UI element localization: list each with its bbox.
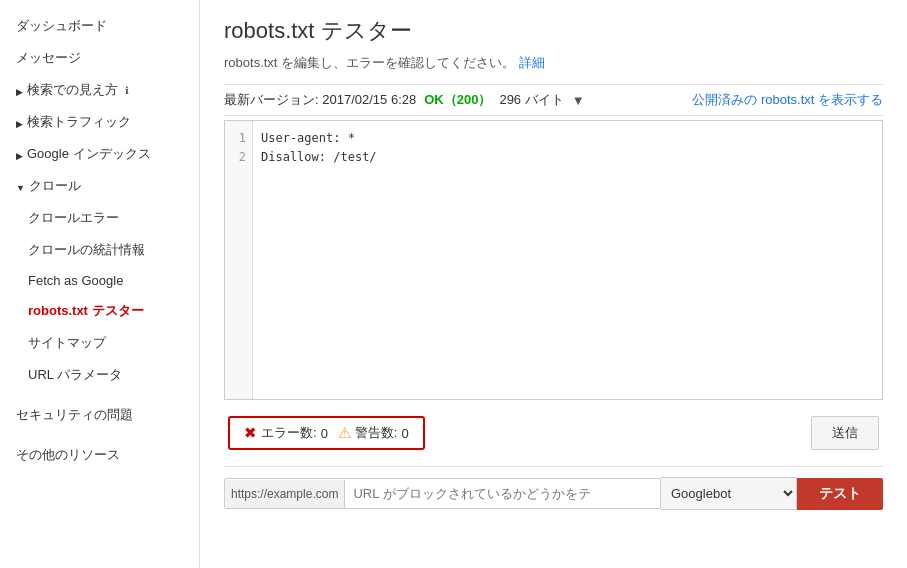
subtitle: robots.txt を編集し、エラーを確認してください。 詳細 xyxy=(224,54,883,72)
version-label: 最新バージョン: 2017/02/15 6:28 xyxy=(224,91,416,109)
sidebar-item-crawl-stats[interactable]: クロールの統計情報 xyxy=(0,234,199,266)
sidebar-item-robots-tester[interactable]: robots.txt テスター xyxy=(0,295,199,327)
sidebar: ダッシュボード メッセージ 検索での見え方 ℹ 検索トラフィック Google … xyxy=(0,0,200,568)
editor-area[interactable]: 1 2 User-agent: * Disallow: /test/ xyxy=(224,120,883,400)
chevron-right-icon xyxy=(16,83,23,98)
sidebar-item-label: Fetch as Google xyxy=(28,273,123,288)
line-number: 1 xyxy=(231,129,246,148)
warning-count: 0 xyxy=(401,426,408,441)
public-link[interactable]: 公開済みの robots.txt を表示する xyxy=(692,91,883,109)
sidebar-item-google-index[interactable]: Google インデックス xyxy=(0,138,199,170)
version-status: OK（200） xyxy=(424,91,491,109)
sidebar-item-label: その他のリソース xyxy=(16,446,120,464)
url-input[interactable] xyxy=(345,479,660,508)
error-item: ✖ エラー数: 0 xyxy=(244,424,328,442)
bot-select[interactable]: Googlebot Googlebot-Image Googlebot-Mobi… xyxy=(661,477,797,510)
sidebar-item-label: セキュリティの問題 xyxy=(16,406,133,424)
sidebar-item-label: robots.txt テスター xyxy=(28,302,144,320)
sidebar-item-label: URL パラメータ xyxy=(28,366,122,384)
url-prefix: https://example.com xyxy=(225,480,345,508)
sidebar-item-messages[interactable]: メッセージ xyxy=(0,42,199,74)
sidebar-item-label: サイトマップ xyxy=(28,334,106,352)
error-warning-box: ✖ エラー数: 0 ⚠ 警告数: 0 xyxy=(228,416,425,450)
sidebar-item-search-traffic[interactable]: 検索トラフィック xyxy=(0,106,199,138)
main-content: robots.txt テスター robots.txt を編集し、エラーを確認して… xyxy=(200,0,907,568)
chevron-down-icon xyxy=(16,179,25,194)
sidebar-item-crawl-errors[interactable]: クロールエラー xyxy=(0,202,199,234)
version-dropdown-icon[interactable]: ▼ xyxy=(572,93,585,108)
sidebar-item-fetch-as-google[interactable]: Fetch as Google xyxy=(0,266,199,295)
version-size: 296 バイト xyxy=(499,91,563,109)
test-bar: https://example.com Googlebot Googlebot-… xyxy=(224,466,883,510)
sidebar-item-label: クロールエラー xyxy=(28,209,119,227)
test-button[interactable]: テスト xyxy=(797,478,883,510)
sidebar-item-label: クロール xyxy=(29,177,81,195)
sidebar-item-label: 検索での見え方 xyxy=(27,81,118,99)
line-number: 2 xyxy=(231,148,246,167)
sidebar-item-label: 検索トラフィック xyxy=(27,113,131,131)
version-bar: 最新バージョン: 2017/02/15 6:28 OK（200） 296 バイト… xyxy=(224,84,883,116)
sidebar-item-security[interactable]: セキュリティの問題 xyxy=(0,399,199,431)
editor-line: Disallow: /test/ xyxy=(261,148,874,167)
warning-icon: ⚠ xyxy=(338,424,351,442)
chevron-right-icon xyxy=(16,115,23,130)
sidebar-item-search-appearance[interactable]: 検索での見え方 ℹ xyxy=(0,74,199,106)
sidebar-item-label: Google インデックス xyxy=(27,145,151,163)
warning-label: 警告数: xyxy=(355,424,398,442)
subtitle-text: robots.txt を編集し、エラーを確認してください。 xyxy=(224,55,515,70)
info-icon: ℹ xyxy=(125,85,129,96)
status-bar: ✖ エラー数: 0 ⚠ 警告数: 0 送信 xyxy=(224,408,883,458)
error-count: 0 xyxy=(321,426,328,441)
line-numbers: 1 2 xyxy=(225,121,253,399)
sidebar-item-label: メッセージ xyxy=(16,49,81,67)
sidebar-item-other[interactable]: その他のリソース xyxy=(0,439,199,471)
editor-line: User-agent: * xyxy=(261,129,874,148)
error-icon: ✖ xyxy=(244,424,257,442)
sidebar-item-sitemaps[interactable]: サイトマップ xyxy=(0,327,199,359)
sidebar-item-label: ダッシュボード xyxy=(16,17,107,35)
error-label: エラー数: xyxy=(261,424,317,442)
sidebar-item-crawl[interactable]: クロール xyxy=(0,170,199,202)
warning-item: ⚠ 警告数: 0 xyxy=(338,424,409,442)
details-link[interactable]: 詳細 xyxy=(519,55,545,70)
sidebar-item-url-params[interactable]: URL パラメータ xyxy=(0,359,199,391)
sidebar-item-dashboard[interactable]: ダッシュボード xyxy=(0,10,199,42)
page-title: robots.txt テスター xyxy=(224,16,883,46)
sidebar-item-label: クロールの統計情報 xyxy=(28,241,145,259)
chevron-right-icon xyxy=(16,147,23,162)
send-button[interactable]: 送信 xyxy=(811,416,879,450)
url-input-area: https://example.com xyxy=(224,478,661,509)
editor-content[interactable]: User-agent: * Disallow: /test/ xyxy=(253,121,882,399)
